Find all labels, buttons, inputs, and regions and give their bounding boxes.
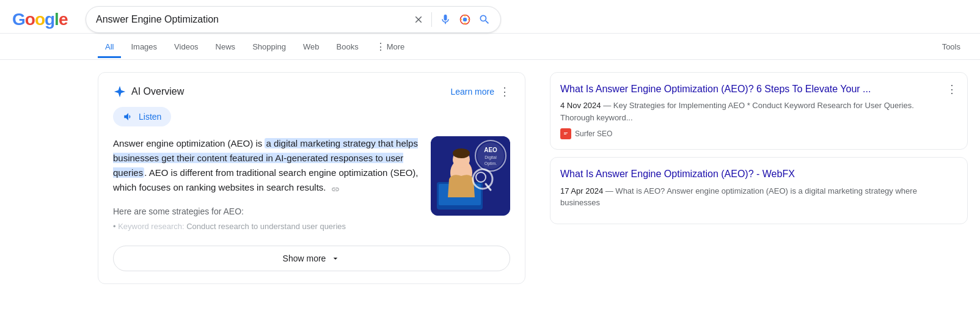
result-1-content: What Is Answer Engine Optimization (AEO)… bbox=[560, 82, 946, 139]
tab-books[interactable]: Books bbox=[329, 37, 366, 58]
voice-search-button[interactable] bbox=[439, 13, 452, 26]
header: Google bbox=[0, 0, 980, 34]
result-1-title[interactable]: What Is Answer Engine Optimization (AEO)… bbox=[560, 82, 946, 96]
svg-text:Optim.: Optim. bbox=[485, 161, 497, 166]
strategy-item: • Keyword research: Conduct research to … bbox=[113, 218, 419, 236]
result-1-source: Surfer SEO bbox=[560, 128, 946, 139]
nav-bar: All Images Videos News Shopping Web Book… bbox=[0, 34, 980, 60]
close-icon bbox=[413, 14, 424, 25]
tab-news[interactable]: News bbox=[208, 37, 243, 58]
ai-star-icon bbox=[113, 85, 126, 98]
listen-button[interactable]: Listen bbox=[113, 107, 171, 126]
svg-rect-18 bbox=[564, 134, 566, 134]
search-icons bbox=[413, 12, 491, 27]
speaker-icon bbox=[123, 111, 134, 122]
tab-images[interactable]: Images bbox=[123, 37, 164, 58]
more-options-button[interactable]: ⋮ bbox=[499, 85, 510, 98]
tab-more[interactable]: ⋮ More bbox=[368, 36, 412, 59]
result-2-content: What Is Answer Engine Optimization (AEO)… bbox=[560, 167, 957, 213]
image-search-button[interactable] bbox=[459, 13, 471, 26]
chevron-down-icon bbox=[331, 254, 340, 263]
svg-point-1 bbox=[463, 18, 467, 22]
thumbnail-image: AEO Digital Optim. bbox=[431, 136, 510, 216]
ai-overview: AI Overview Learn more ⋮ Listen Answer e bbox=[98, 72, 525, 284]
svg-point-7 bbox=[453, 148, 470, 158]
search-bar-wrap bbox=[86, 6, 501, 33]
tab-shopping[interactable]: Shopping bbox=[245, 37, 293, 58]
svg-rect-17 bbox=[564, 133, 568, 133]
result-2-snippet: 17 Apr 2024 — What is AEO? Answer engine… bbox=[560, 185, 957, 209]
google-logo: Google bbox=[12, 10, 67, 29]
left-panel: AI Overview Learn more ⋮ Listen Answer e bbox=[98, 72, 525, 284]
result-1-more-button[interactable]: ⋮ bbox=[946, 82, 957, 96]
tab-web[interactable]: Web bbox=[296, 37, 327, 58]
svg-text:AEO: AEO bbox=[484, 147, 497, 153]
content-area: Answer engine optimization (AEO) is a di… bbox=[113, 136, 510, 236]
search-bar bbox=[86, 6, 501, 33]
tools-tab[interactable]: Tools bbox=[935, 37, 968, 56]
search-input[interactable] bbox=[96, 14, 407, 25]
result-1-snippet: 4 Nov 2024 — Key Strategies for Implemen… bbox=[560, 100, 946, 123]
nav-tabs: All Images Videos News Shopping Web Book… bbox=[98, 36, 935, 59]
main-paragraph: Answer engine optimization (AEO) is a di… bbox=[113, 136, 419, 195]
result-card-1: What Is Answer Engine Optimization (AEO)… bbox=[550, 72, 968, 150]
search-icon bbox=[478, 13, 491, 26]
learn-more-button[interactable]: Learn more bbox=[450, 87, 494, 97]
result-card-1-header: What Is Answer Engine Optimization (AEO)… bbox=[560, 82, 957, 139]
ai-overview-header: AI Overview Learn more ⋮ bbox=[113, 85, 510, 98]
logo-area: Google bbox=[12, 10, 73, 29]
right-panel: What Is Answer Engine Optimization (AEO)… bbox=[550, 72, 968, 284]
result-1-source-logo bbox=[560, 128, 571, 139]
main-content: AI Overview Learn more ⋮ Listen Answer e bbox=[0, 60, 980, 296]
tab-all[interactable]: All bbox=[98, 37, 121, 58]
svg-text:Digital: Digital bbox=[485, 155, 497, 160]
thumbnail-person-svg: AEO Digital Optim. bbox=[431, 136, 510, 216]
result-card-2: What Is Answer Engine Optimization (AEO)… bbox=[550, 157, 968, 224]
tab-videos[interactable]: Videos bbox=[167, 37, 206, 58]
text-content: Answer engine optimization (AEO) is a di… bbox=[113, 136, 419, 236]
ai-overview-title: AI Overview bbox=[113, 85, 184, 98]
clear-button[interactable] bbox=[413, 14, 424, 25]
result-card-2-header: What Is Answer Engine Optimization (AEO)… bbox=[560, 167, 957, 213]
vertical-divider bbox=[431, 12, 432, 27]
strategies-section: Here are some strategies for AEO: • Keyw… bbox=[113, 205, 419, 236]
strategies-heading: Here are some strategies for AEO: bbox=[113, 205, 419, 218]
citation-link-icon[interactable] bbox=[331, 183, 341, 193]
search-button[interactable] bbox=[478, 13, 491, 26]
microphone-icon bbox=[439, 13, 452, 26]
lens-icon bbox=[459, 13, 471, 26]
ai-overview-actions: Learn more ⋮ bbox=[450, 85, 510, 98]
show-more-button[interactable]: Show more bbox=[113, 246, 510, 271]
result-2-title[interactable]: What Is Answer Engine Optimization (AEO)… bbox=[560, 167, 957, 181]
